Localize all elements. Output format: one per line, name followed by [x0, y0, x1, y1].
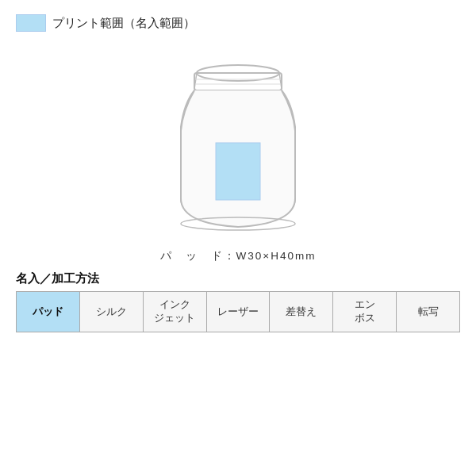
tab-tensya-label: 転写	[418, 305, 439, 319]
tab-laser[interactable]: レーザー	[207, 291, 271, 332]
tab-emboss[interactable]: エンボス	[333, 291, 397, 332]
tab-silk-label: シルク	[96, 305, 127, 319]
tab-tensya[interactable]: 転写	[397, 291, 460, 332]
tab-pad[interactable]: パッド	[16, 291, 80, 332]
legend-color-box	[16, 14, 46, 32]
jar-illustration	[159, 40, 317, 246]
tab-emboss-label: エンボス	[355, 298, 375, 325]
legend-text: プリント範囲（名入範囲）	[52, 16, 195, 31]
tab-sasikae[interactable]: 差替え	[270, 291, 333, 332]
tab-laser-label: レーザー	[217, 305, 259, 319]
tab-sasikae-label: 差替え	[286, 305, 317, 319]
tab-inkjet[interactable]: インクジェット	[144, 291, 207, 332]
legend-row: プリント範囲（名入範囲）	[16, 14, 460, 32]
tab-pad-label: パッド	[33, 305, 63, 319]
pad-label: パ ッ ド：W30×H40mm	[160, 249, 317, 263]
main-container: プリント範囲（名入範囲） パ ッ ド：W30×H40mm 名入／加工方法	[0, 0, 476, 476]
section-title: 名入／加工方法	[16, 271, 460, 286]
tab-inkjet-label: インクジェット	[154, 298, 195, 325]
method-tabs: パッド シルク インクジェット レーザー 差替え エンボス 転写	[16, 291, 460, 332]
svg-rect-6	[216, 143, 260, 200]
tab-silk[interactable]: シルク	[80, 291, 144, 332]
jar-area: パ ッ ド：W30×H40mm	[16, 40, 460, 263]
